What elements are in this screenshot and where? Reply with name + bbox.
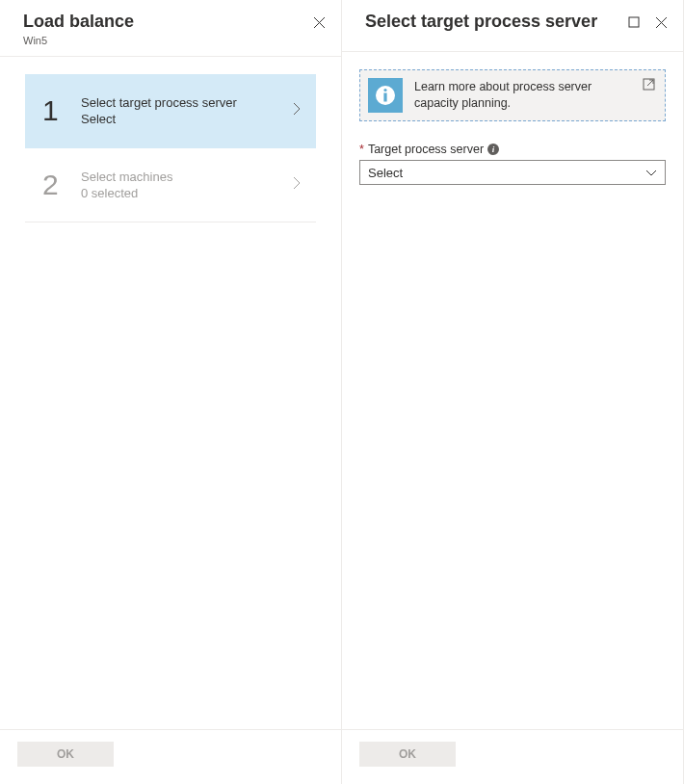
- select-value: Select: [368, 166, 403, 180]
- info-banner: Learn more about process server capacity…: [359, 69, 666, 121]
- required-asterisk: *: [359, 143, 364, 156]
- external-link-icon[interactable]: [643, 78, 655, 93]
- ok-button[interactable]: OK: [359, 742, 456, 767]
- svg-rect-3: [383, 93, 386, 102]
- info-text: Learn more about process server capacity…: [414, 79, 631, 112]
- panel-footer: OK: [342, 729, 683, 784]
- chevron-right-icon: [293, 102, 301, 118]
- field-label: * Target process server i: [359, 143, 666, 156]
- panel-body: Learn more about process server capacity…: [342, 52, 683, 729]
- step-select-machines[interactable]: 2 Select machines 0 selected: [25, 148, 316, 222]
- ok-button[interactable]: OK: [17, 742, 114, 767]
- select-target-panel: Select target process server Learn more …: [342, 0, 684, 784]
- load-balance-panel: Load balance Win5 1 Select target proces…: [0, 0, 342, 784]
- panel-header: Select target process server: [342, 0, 683, 52]
- svg-rect-0: [629, 17, 639, 27]
- panel-header: Load balance Win5: [0, 0, 341, 57]
- target-process-server-select[interactable]: Select: [359, 160, 666, 185]
- step-title: Select target process server: [81, 95, 293, 110]
- step-title: Select machines: [81, 170, 293, 184]
- close-icon[interactable]: [654, 15, 668, 29]
- step-number: 1: [42, 96, 73, 125]
- chevron-down-icon: [645, 166, 657, 180]
- close-icon[interactable]: [312, 15, 326, 29]
- field-label-text: Target process server: [368, 143, 484, 156]
- panel-body: 1 Select target process server Select 2 …: [0, 57, 341, 729]
- info-icon: [368, 78, 403, 113]
- panel-title: Select target process server: [365, 12, 627, 33]
- step-subtitle: 0 selected: [81, 186, 293, 200]
- maximize-icon[interactable]: [627, 15, 641, 29]
- step-subtitle: Select: [81, 112, 293, 126]
- panel-subtitle: Win5: [23, 35, 312, 46]
- panel-footer: OK: [0, 729, 341, 784]
- chevron-right-icon: [293, 176, 301, 193]
- svg-point-2: [383, 89, 386, 91]
- panel-title: Load balance: [23, 12, 312, 33]
- step-select-target[interactable]: 1 Select target process server Select: [25, 74, 316, 148]
- step-number: 2: [42, 170, 73, 199]
- help-icon[interactable]: i: [487, 144, 499, 155]
